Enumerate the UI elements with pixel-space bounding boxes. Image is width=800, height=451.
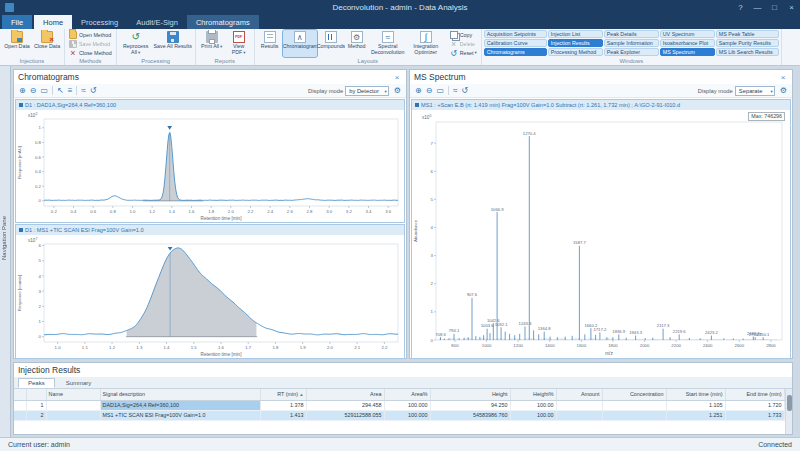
chromatograms-button[interactable]: Chromatograms bbox=[283, 30, 317, 57]
close-icon[interactable]: × bbox=[392, 73, 402, 82]
settings-icon[interactable]: ⚙ bbox=[392, 85, 403, 97]
table-cell[interactable] bbox=[556, 400, 602, 410]
scrollbar-thumb[interactable] bbox=[787, 395, 792, 411]
minimize-button[interactable]: — bbox=[749, 0, 766, 15]
column-header-rt-min[interactable]: RT (min) ▲ bbox=[260, 389, 306, 400]
ribbon-tab-chromatograms[interactable]: Chromatograms bbox=[187, 15, 259, 29]
window-button-injection-list[interactable]: Injection List bbox=[548, 30, 603, 38]
close-icon[interactable]: × bbox=[778, 73, 788, 82]
zoom-in-icon[interactable]: ⊕ bbox=[413, 85, 424, 97]
window-button-ms-lib-search-results[interactable]: MS Lib Search Results bbox=[716, 48, 779, 56]
autoscale-icon[interactable]: ↺ bbox=[88, 85, 99, 97]
ms1-chromatogram-block[interactable]: D1 : MS1 +TIC SCAN ESI Frag=100V Gain=1.… bbox=[15, 224, 405, 359]
help-icon[interactable]: ? bbox=[732, 0, 749, 15]
column-header-blank[interactable] bbox=[14, 389, 26, 400]
maximize-button[interactable]: □ bbox=[766, 0, 783, 15]
dad1-plot[interactable]: 00.20.40.60.810.20.40.60.81.01.21.41.61.… bbox=[16, 110, 406, 222]
ribbon-tab-home[interactable]: Home bbox=[34, 15, 72, 29]
delete-button[interactable]: Delete bbox=[448, 39, 479, 48]
column-header-signal-description[interactable]: Signal description bbox=[100, 389, 260, 400]
column-header-start-time-min[interactable]: Start time (min) bbox=[666, 389, 725, 400]
column-header-amount[interactable]: Amount bbox=[556, 389, 602, 400]
table-cell[interactable]: 94.250 bbox=[430, 400, 510, 410]
stack-icon[interactable]: ≡ bbox=[66, 85, 75, 97]
window-button-sample-purity-results[interactable]: Sample Purity Results bbox=[716, 39, 779, 47]
table-cell[interactable] bbox=[556, 410, 602, 420]
display-mode-select[interactable]: Separate▾ bbox=[735, 86, 775, 96]
ms1-plot[interactable]: 01234561.01.11.21.31.41.51.61.71.81.92.0… bbox=[16, 235, 406, 358]
view-pdf-button[interactable]: View PDF▾ bbox=[226, 30, 252, 57]
zoom-out-icon[interactable]: ⊖ bbox=[424, 85, 435, 97]
table-cell[interactable]: 529112588.055 bbox=[306, 410, 384, 420]
table-cell[interactable]: 100.000 bbox=[384, 410, 430, 420]
settings-icon[interactable]: ⚙ bbox=[778, 85, 789, 97]
window-button-ms-spectrum[interactable]: MS Spectrum bbox=[660, 48, 715, 56]
table-cell[interactable]: 1.251 bbox=[666, 410, 725, 420]
display-mode-select[interactable]: by Detector▾ bbox=[345, 86, 389, 96]
ms-spectrum-plot[interactable]: 0123456780010001200140016001800200022002… bbox=[412, 110, 792, 358]
open-method-button[interactable]: Open Method bbox=[67, 30, 114, 39]
window-button-uv-spectrum[interactable]: UV Spectrum bbox=[660, 30, 715, 38]
zoom-full-icon[interactable]: ▭ bbox=[38, 85, 50, 97]
extract-spectrum-icon[interactable]: ≈ bbox=[451, 85, 459, 97]
table-cell[interactable]: MS1 +TIC SCAN ESI Frag=100V Gain=1.0 bbox=[100, 410, 260, 420]
window-button-acquisition-setpoints[interactable]: Acquisition Setpoints bbox=[484, 30, 547, 38]
overlay-signals-icon[interactable]: ≈ bbox=[79, 85, 87, 97]
table-cell[interactable]: 54583986.760 bbox=[430, 410, 510, 420]
window-button-peak-details[interactable]: Peak Details bbox=[604, 30, 659, 38]
column-header-blank[interactable] bbox=[26, 389, 46, 400]
ribbon-tab-audit-e-sign[interactable]: Audit/E-Sign bbox=[127, 15, 187, 29]
close-button[interactable]: × bbox=[783, 0, 800, 15]
close-data-button[interactable]: Close Data bbox=[32, 30, 62, 57]
column-header-height[interactable]: Height% bbox=[510, 389, 556, 400]
table-cell[interactable]: 2 bbox=[26, 410, 46, 420]
zoom-out-icon[interactable]: ⊖ bbox=[28, 85, 39, 97]
reset-button[interactable]: Reset▾ bbox=[448, 48, 479, 57]
zoom-in-icon[interactable]: ⊕ bbox=[17, 85, 28, 97]
window-button-chromatograms[interactable]: Chromatograms bbox=[484, 48, 547, 56]
window-button-injection-results[interactable]: Injection Results bbox=[548, 39, 603, 47]
ribbon-tab-processing[interactable]: Processing bbox=[72, 15, 127, 29]
table-cell[interactable]: 294.458 bbox=[306, 400, 384, 410]
table-cell[interactable]: 1 bbox=[26, 400, 46, 410]
table-cell[interactable] bbox=[14, 410, 26, 420]
table-cell[interactable] bbox=[14, 400, 26, 410]
table-cell[interactable]: DAD1A,Sig=264,4 Ref=360,100 bbox=[100, 400, 260, 410]
column-header-area[interactable]: Area% bbox=[384, 389, 430, 400]
column-header-concentration[interactable]: Concentration bbox=[602, 389, 666, 400]
pan-icon[interactable]: ↖ bbox=[55, 85, 66, 97]
tab-summary[interactable]: Summary bbox=[56, 378, 102, 388]
column-header-height[interactable]: Height bbox=[430, 389, 510, 400]
reprocess-all-button[interactable]: Reprocess All▾ bbox=[119, 30, 153, 57]
table-cell[interactable] bbox=[602, 410, 666, 420]
window-button-peak-explorer[interactable]: Peak Explorer bbox=[604, 48, 659, 56]
table-cell[interactable] bbox=[602, 400, 666, 410]
tab-peaks[interactable]: Peaks bbox=[18, 378, 55, 388]
ms-spectrum-block[interactable]: MS1 : +Scan E.B (rt: 1.419 min) Frag=100… bbox=[411, 99, 791, 359]
column-header-area[interactable]: Area bbox=[306, 389, 384, 400]
table-cell[interactable]: 100.00 bbox=[510, 400, 556, 410]
table-cell[interactable] bbox=[46, 400, 100, 410]
window-button-sample-information[interactable]: Sample Information bbox=[604, 39, 659, 47]
window-button-ms-peak-table[interactable]: MS Peak Table bbox=[716, 30, 779, 38]
ribbon-tab-file[interactable]: File bbox=[2, 15, 32, 29]
print-all-button[interactable]: Print All▾ bbox=[198, 30, 226, 57]
save-all-results-button[interactable]: Save All Results bbox=[153, 30, 193, 57]
results-button[interactable]: Results bbox=[257, 30, 283, 57]
navigation-pane-tab[interactable]: Navigation Pane bbox=[0, 66, 11, 437]
table-cell[interactable] bbox=[46, 410, 100, 420]
table-cell[interactable]: 1.413 bbox=[260, 410, 306, 420]
table-row[interactable]: 1DAD1A,Sig=264,4 Ref=360,1001.378294.458… bbox=[14, 400, 784, 410]
zoom-full-icon[interactable]: ▭ bbox=[434, 85, 446, 97]
table-cell[interactable]: 1.378 bbox=[260, 400, 306, 410]
window-button-isoabsorbance-plot[interactable]: Isoabsorbance Plot bbox=[660, 39, 715, 47]
close-method-button[interactable]: Close Method bbox=[67, 48, 114, 57]
table-cell[interactable]: 100.000 bbox=[384, 400, 430, 410]
open-data-button[interactable]: Open Data bbox=[2, 30, 32, 57]
window-button-processing-method[interactable]: Processing Method bbox=[548, 48, 603, 56]
window-button-calibration-curve[interactable]: Calibration Curve bbox=[484, 39, 547, 47]
method-button[interactable]: Method bbox=[345, 30, 369, 57]
spectral-deconvolution-button[interactable]: Spectral Deconvolution bbox=[369, 30, 407, 57]
compounds-button[interactable]: Compounds bbox=[317, 30, 345, 57]
table-cell[interactable]: 100.00 bbox=[510, 410, 556, 420]
